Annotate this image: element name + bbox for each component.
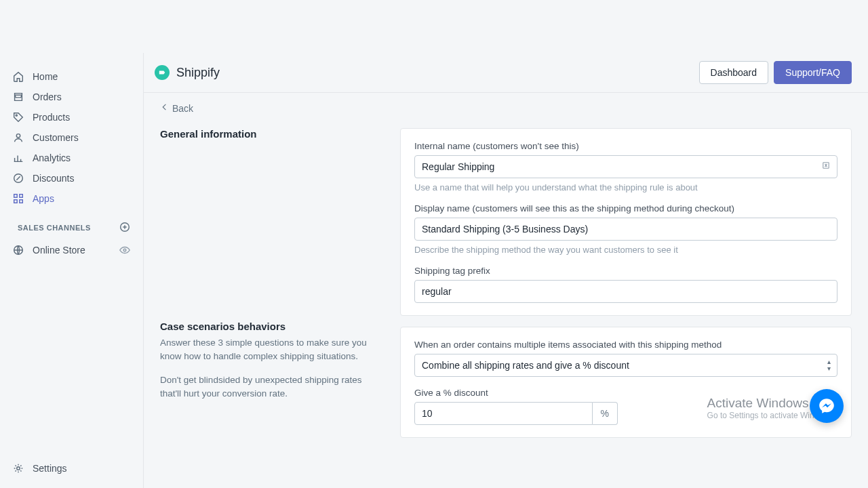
- sidebar-item-label: Online Store: [33, 245, 85, 256]
- internal-name-input[interactable]: [414, 155, 837, 178]
- channels-heading: SALES CHANNELS: [0, 209, 143, 240]
- add-channel-icon[interactable]: [119, 221, 131, 235]
- discount-label: Give a % discount: [414, 388, 837, 398]
- sidebar-item-label: Customers: [33, 132, 79, 143]
- case-scenarios-desc-2: Don't get blindsided by unexpected shipp…: [160, 373, 384, 401]
- app-header: Shippify Dashboard Support/FAQ: [144, 53, 868, 93]
- svg-rect-3: [14, 195, 18, 198]
- svg-rect-6: [20, 200, 23, 203]
- sidebar-item-label: Orders: [33, 92, 62, 102]
- multi-items-select[interactable]: Combine all shipping rates and give a % …: [414, 354, 837, 377]
- support-faq-button[interactable]: Support/FAQ: [774, 61, 852, 84]
- tag-prefix-input[interactable]: [414, 280, 837, 303]
- app-title: Shippify: [176, 66, 220, 80]
- tag-icon: [12, 111, 24, 123]
- display-name-input[interactable]: [414, 218, 837, 241]
- sidebar: Home Orders Products Customers Analytics…: [0, 53, 144, 488]
- sidebar-item-discounts[interactable]: Discounts: [0, 168, 143, 188]
- discount-input[interactable]: [414, 402, 593, 425]
- sidebar-item-label: Settings: [33, 463, 67, 474]
- dashboard-button[interactable]: Dashboard: [699, 61, 769, 84]
- apps-icon: [12, 192, 24, 205]
- sidebar-item-apps[interactable]: Apps: [0, 188, 143, 209]
- sidebar-item-settings[interactable]: Settings: [0, 455, 143, 488]
- svg-rect-4: [20, 195, 23, 198]
- sidebar-item-label: Apps: [33, 193, 54, 204]
- sidebar-item-analytics[interactable]: Analytics: [0, 148, 143, 168]
- svg-point-0: [16, 115, 17, 116]
- chevron-left-icon: [160, 102, 170, 114]
- multi-items-label: When an order contains multiple items as…: [414, 340, 837, 350]
- gear-icon: [12, 462, 24, 474]
- general-info-card: Internal name (customers won't see this)…: [400, 128, 852, 316]
- eye-icon[interactable]: [119, 244, 131, 256]
- home-icon: [12, 70, 24, 83]
- user-icon: [12, 131, 24, 144]
- main-content: Shippify Dashboard Support/FAQ Back Gene…: [144, 53, 868, 488]
- back-text: Back: [172, 103, 193, 114]
- discount-icon: [12, 172, 24, 184]
- display-name-label: Display name (customers will see this as…: [414, 203, 837, 214]
- svg-point-1: [16, 134, 20, 138]
- sidebar-item-online-store[interactable]: Online Store: [0, 240, 143, 260]
- messenger-chat-button[interactable]: [810, 389, 844, 423]
- internal-name-help: Use a name that will help you understand…: [414, 182, 837, 192]
- sidebar-item-home[interactable]: Home: [0, 66, 143, 87]
- app-logo-icon: [155, 65, 170, 80]
- case-scenarios-card: When an order contains multiple items as…: [400, 327, 852, 438]
- display-name-help: Describe the shipping method the way you…: [414, 245, 837, 255]
- internal-name-label: Internal name (customers won't see this): [414, 141, 837, 151]
- store-icon: [12, 244, 24, 256]
- general-info-heading: General information: [160, 128, 384, 140]
- tag-prefix-label: Shipping tag prefix: [414, 266, 837, 276]
- case-scenarios-desc-1: Answer these 3 simple questions to make …: [160, 336, 384, 364]
- svg-point-10: [17, 467, 20, 470]
- messenger-icon: [818, 397, 835, 415]
- discount-unit: %: [593, 402, 618, 425]
- analytics-icon: [12, 152, 24, 164]
- clear-icon[interactable]: [821, 161, 831, 173]
- svg-point-9: [123, 249, 126, 251]
- channels-label-text: SALES CHANNELS: [18, 224, 91, 232]
- back-link[interactable]: Back: [160, 102, 193, 114]
- sidebar-item-label: Products: [33, 112, 70, 123]
- sidebar-item-label: Discounts: [33, 173, 74, 184]
- svg-rect-5: [14, 200, 18, 203]
- sidebar-item-label: Home: [33, 71, 58, 82]
- orders-icon: [12, 91, 24, 103]
- sidebar-item-customers[interactable]: Customers: [0, 127, 143, 148]
- sidebar-item-label: Analytics: [33, 152, 71, 163]
- sidebar-item-products[interactable]: Products: [0, 107, 143, 127]
- sidebar-item-orders[interactable]: Orders: [0, 87, 143, 107]
- case-scenarios-heading: Case scenarios behaviors: [160, 321, 384, 332]
